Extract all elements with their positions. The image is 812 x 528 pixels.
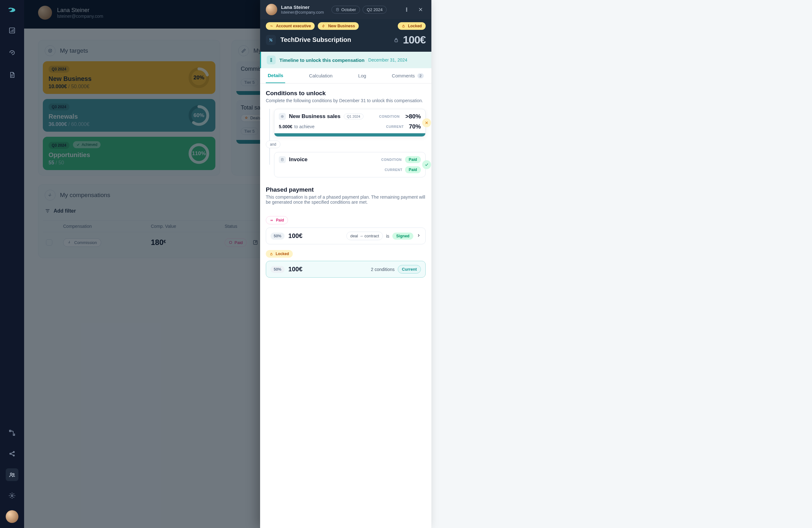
svg-point-26 <box>271 40 272 41</box>
svg-point-29 <box>282 116 283 117</box>
nav-settings[interactable] <box>6 489 18 502</box>
role-chip: Account executive <box>266 22 315 30</box>
nav-share[interactable] <box>6 447 18 460</box>
phase-paid-row[interactable]: 50% 100€ deal → contract is Signed <box>266 228 426 244</box>
hourglass-icon <box>267 56 276 65</box>
svg-point-23 <box>406 11 407 11</box>
svg-rect-27 <box>395 40 398 42</box>
and-connector: and <box>266 141 280 148</box>
locked-label: Locked <box>266 250 293 258</box>
quarter-chip[interactable]: Q2 2024 <box>363 6 387 14</box>
compensation-drawer: Lana Steiner lsteiner@company.com Octobe… <box>260 0 431 528</box>
condition-card-sales[interactable]: New Business sales Q1 2024 CONDITION >80… <box>274 109 426 137</box>
drawer-user-avatar <box>266 4 277 15</box>
check-icon <box>422 160 431 169</box>
drawer-tabs: Details Calculation Log Comments2 <box>260 68 431 84</box>
drawer-header: Account executive New Business Locked Te… <box>260 19 431 52</box>
svg-point-28 <box>281 115 284 118</box>
nav-flow[interactable] <box>6 427 18 439</box>
lock-icon <box>393 37 399 43</box>
nav-analytics[interactable] <box>6 24 18 37</box>
svg-rect-2 <box>13 434 15 436</box>
svg-point-31 <box>271 220 272 221</box>
locked-chip: Locked <box>398 22 426 30</box>
drawer-topbar: Lana Steiner lsteiner@company.com Octobe… <box>260 0 431 19</box>
timeline-banner: Timeline to unlock this compensation Dec… <box>260 52 431 68</box>
target-icon <box>279 113 286 120</box>
paid-label: Paid <box>266 216 288 224</box>
svg-point-21 <box>406 8 407 8</box>
close-icon[interactable] <box>416 4 426 15</box>
app-logo <box>7 5 17 15</box>
tab-calculation[interactable]: Calculation <box>307 69 334 83</box>
condition-progress-bar <box>274 133 425 137</box>
nav-handshake[interactable] <box>6 46 18 59</box>
svg-rect-30 <box>281 158 283 161</box>
warning-icon <box>422 118 431 127</box>
svg-rect-24 <box>403 26 404 28</box>
phase-locked-row[interactable]: 50% 100€ 2 conditions Current <box>266 261 426 277</box>
phased-sub: This compensation is part of a phased pa… <box>266 195 426 205</box>
svg-rect-1 <box>10 430 11 432</box>
nav-team[interactable] <box>6 468 18 481</box>
percent-icon <box>266 35 276 45</box>
conditions-title: Conditions to unlock <box>266 90 426 97</box>
svg-point-25 <box>270 39 271 40</box>
svg-point-3 <box>10 453 11 454</box>
deal-contract-chip: deal → contract <box>346 232 383 240</box>
month-chip[interactable]: October <box>332 6 360 14</box>
deal-title: TechDrive Subscription <box>280 36 351 43</box>
svg-point-8 <box>11 495 13 497</box>
more-icon[interactable] <box>402 4 412 15</box>
svg-point-6 <box>11 473 12 475</box>
svg-point-4 <box>13 452 15 453</box>
deal-amount: 100€ <box>403 34 426 46</box>
nav-document[interactable] <box>6 69 18 81</box>
drawer-user-name: Lana Steiner <box>281 4 324 10</box>
svg-point-32 <box>272 220 273 221</box>
invoice-icon <box>279 156 286 163</box>
tab-details[interactable]: Details <box>266 68 285 83</box>
svg-rect-33 <box>271 254 273 255</box>
phased-title: Phased payment <box>266 186 426 193</box>
type-chip: New Business <box>318 22 359 30</box>
svg-point-7 <box>13 473 14 475</box>
svg-point-5 <box>13 455 15 456</box>
tab-log[interactable]: Log <box>356 69 368 83</box>
chevron-right-icon[interactable] <box>417 233 421 239</box>
current-user-avatar[interactable] <box>6 510 18 523</box>
drawer-user-email: lsteiner@company.com <box>281 10 324 15</box>
conditions-sub: Complete the following conditions by Dec… <box>266 98 426 103</box>
condition-card-invoice[interactable]: Invoice CONDITION Paid CURRENT Paid <box>274 152 426 177</box>
tab-comments[interactable]: Comments2 <box>390 69 426 83</box>
current-pill: Current <box>398 265 421 273</box>
nav-rail <box>0 0 24 528</box>
svg-point-22 <box>406 9 407 10</box>
